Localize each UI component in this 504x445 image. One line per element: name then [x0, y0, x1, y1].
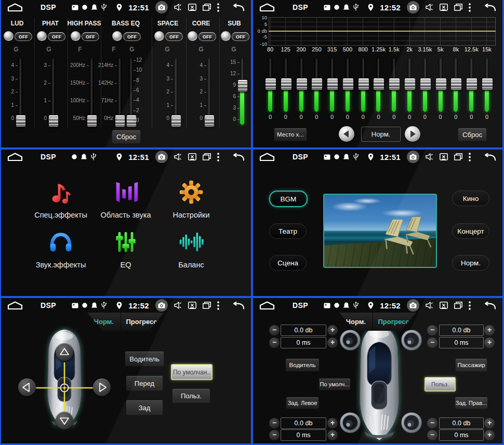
front-right-db-increase-button[interactable]: +: [484, 325, 495, 336]
screenshot-camera-button[interactable]: [155, 151, 168, 163]
front-left-db-increase-button[interactable]: +: [327, 325, 338, 336]
recent-windows-icon[interactable]: [454, 153, 462, 160]
tab-normal[interactable]: Норм.: [339, 313, 373, 331]
back-icon[interactable]: [483, 4, 496, 11]
lud-knob[interactable]: [4, 31, 14, 41]
preset-name-button[interactable]: Норм.: [361, 127, 401, 142]
rear-right-db-decrease-button[interactable]: −: [427, 417, 438, 429]
preset-button-норм[interactable]: Норм.: [452, 255, 489, 271]
volume-icon[interactable]: [426, 153, 433, 160]
home-icon[interactable]: [7, 3, 23, 12]
eq-band-4-thumb[interactable]: [327, 78, 338, 90]
home-icon[interactable]: [259, 3, 275, 12]
volume-icon[interactable]: [426, 302, 433, 309]
back-icon[interactable]: [232, 4, 245, 11]
eq-band-11-thumb[interactable]: [435, 78, 447, 90]
volume-icon[interactable]: [174, 4, 182, 11]
rear-left-db-decrease-button[interactable]: −: [269, 417, 280, 429]
rear-left-ms-increase-button[interactable]: +: [327, 429, 338, 441]
overflow-menu-icon[interactable]: [217, 301, 219, 310]
nudge-down-button[interactable]: [56, 412, 73, 429]
seat-button-rear-right[interactable]: Зад. Прав...: [455, 397, 488, 409]
eq-band-8-thumb[interactable]: [389, 78, 400, 90]
seat-button-passenger[interactable]: Пассажир: [455, 358, 487, 372]
recent-windows-icon[interactable]: [454, 4, 462, 11]
overflow-menu-icon[interactable]: [469, 301, 471, 310]
eq-band-2-thumb[interactable]: [296, 78, 308, 90]
front-left-db-decrease-button[interactable]: −: [269, 325, 280, 336]
core-knob[interactable]: [188, 31, 197, 41]
home-icon[interactable]: [259, 153, 275, 161]
overflow-menu-icon[interactable]: [469, 3, 471, 12]
eq-band-14-thumb[interactable]: [482, 78, 493, 90]
close-window-icon[interactable]: [440, 153, 448, 160]
volume-icon[interactable]: [426, 4, 433, 11]
menu-item-settings[interactable]: Настройки: [155, 178, 228, 219]
lud-slider-0-thumb[interactable]: [16, 115, 26, 127]
preset-button-концерт[interactable]: Концерт: [452, 223, 489, 239]
recent-windows-icon[interactable]: [203, 302, 211, 309]
phat-off-toggle[interactable]: OFF: [48, 32, 65, 41]
eq-band-3-thumb[interactable]: [311, 78, 323, 90]
zone-button-driver[interactable]: Водитель: [125, 351, 164, 367]
reset-button[interactable]: Сброс: [458, 128, 487, 141]
rear-left-ms-decrease-button[interactable]: −: [269, 429, 280, 441]
phat-knob[interactable]: [37, 31, 47, 41]
screenshot-camera-button[interactable]: [407, 151, 419, 163]
front-right-ms-decrease-button[interactable]: −: [427, 337, 438, 348]
screenshot-camera-button[interactable]: [407, 1, 419, 14]
home-icon[interactable]: [259, 301, 275, 310]
close-window-icon[interactable]: [188, 4, 196, 11]
bass-eq-off-toggle[interactable]: OFF: [123, 32, 141, 41]
front-right-db-decrease-button[interactable]: −: [427, 325, 438, 336]
eq-band-1-thumb[interactable]: [281, 78, 292, 90]
high-pass-knob[interactable]: [71, 31, 81, 41]
zone-button-rear[interactable]: Зад: [126, 400, 163, 415]
menu-item-sound-zone[interactable]: Область звука: [89, 178, 162, 219]
listening-position-button[interactable]: Место х...: [274, 128, 307, 141]
eq-band-7-thumb[interactable]: [373, 78, 384, 90]
volume-icon[interactable]: [174, 153, 182, 160]
menu-item-balance[interactable]: Баланс: [155, 227, 228, 269]
overflow-menu-icon[interactable]: [217, 3, 219, 12]
close-window-icon[interactable]: [188, 153, 196, 160]
seat-button-driver[interactable]: Водитель: [285, 358, 320, 372]
preset-previous-button[interactable]: [339, 126, 354, 142]
back-icon[interactable]: [483, 153, 496, 161]
front-left-ms-increase-button[interactable]: +: [327, 337, 338, 348]
volume-icon[interactable]: [174, 302, 182, 309]
eq-band-6-thumb[interactable]: [358, 78, 369, 90]
rear-right-ms-decrease-button[interactable]: −: [427, 429, 438, 441]
rear-right-ms-increase-button[interactable]: +: [484, 429, 495, 441]
preset-button-bgm[interactable]: BGM: [269, 191, 308, 207]
front-right-ms-increase-button[interactable]: +: [484, 337, 495, 348]
seat-button-custom[interactable]: Польз.: [425, 377, 456, 392]
sub-slider-0-thumb[interactable]: [237, 79, 248, 92]
home-icon[interactable]: [7, 301, 23, 310]
nudge-up-button[interactable]: [56, 343, 73, 361]
nudge-right-button[interactable]: [93, 379, 111, 396]
screenshot-camera-button[interactable]: [407, 299, 419, 312]
eq-band-12-thumb[interactable]: [450, 78, 462, 90]
overflow-menu-icon[interactable]: [469, 153, 471, 161]
home-icon[interactable]: [7, 153, 23, 161]
close-window-icon[interactable]: [440, 4, 448, 11]
front-left-ms-decrease-button[interactable]: −: [269, 337, 280, 348]
nudge-left-button[interactable]: [18, 379, 36, 396]
reset-button[interactable]: Сброс: [112, 130, 141, 144]
sub-knob[interactable]: [221, 31, 231, 41]
eq-band-5-thumb[interactable]: [342, 78, 354, 90]
eq-band-10-thumb[interactable]: [420, 78, 431, 90]
eq-band-0-thumb[interactable]: [265, 78, 276, 90]
preset-button-default[interactable]: По умолчан..: [171, 364, 213, 380]
bass-eq-slider-1-thumb[interactable]: [126, 115, 137, 127]
sub-off-toggle[interactable]: OFF: [232, 32, 249, 41]
screenshot-camera-button[interactable]: [155, 299, 168, 312]
core-off-toggle[interactable]: OFF: [198, 32, 216, 41]
screenshot-camera-button[interactable]: [155, 1, 168, 14]
preset-button-кино[interactable]: Кино: [452, 191, 489, 206]
bass-eq-slider-0-thumb[interactable]: [115, 115, 125, 127]
zone-button-front[interactable]: Перед: [126, 375, 163, 391]
menu-item-sound-effects[interactable]: Звук.эффекты: [24, 227, 97, 269]
high-pass-off-toggle[interactable]: OFF: [82, 32, 99, 41]
